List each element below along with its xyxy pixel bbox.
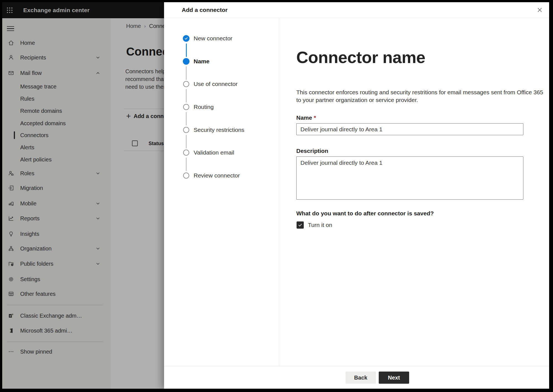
back-button[interactable]: Back [346, 372, 376, 384]
close-button[interactable] [535, 6, 544, 14]
dialog-body: New connector Name Use of connector Rout… [164, 18, 549, 366]
step-connector-line [186, 89, 187, 103]
step-label: New connector [194, 35, 232, 42]
after-save-question: What do you want to do after connector i… [296, 210, 434, 217]
step-label: Validation email [194, 149, 234, 156]
step-current-icon [183, 58, 189, 65]
wizard-steps: New connector Name Use of connector Rout… [164, 18, 279, 366]
dialog-footer: Back Next [164, 366, 549, 389]
step-complete-icon [183, 35, 189, 42]
step-label: Use of connector [194, 81, 238, 87]
connector-name-input[interactable] [296, 123, 523, 135]
screenshot-root: { "colors": { "accent_blue": "#0f7bd8", … [0, 0, 553, 392]
step-upcoming-icon [183, 104, 189, 110]
close-icon [537, 7, 542, 12]
step-connector-line [186, 112, 187, 126]
step-label: Security restrictions [194, 127, 244, 133]
name-field-label: Name* [296, 114, 316, 121]
step-upcoming-icon [183, 81, 189, 87]
step-label: Review connector [194, 172, 240, 179]
connector-description-textarea[interactable]: Deliver journal directly to Area 1 [296, 156, 523, 200]
step-label: Name [194, 58, 209, 65]
step-upcoming-icon [183, 150, 189, 156]
step-label: Routing [194, 104, 214, 110]
step-connector-line [186, 158, 187, 171]
connector-description-text: This connector enforces routing and secu… [296, 88, 543, 104]
name-label-text: Name [296, 114, 312, 121]
step-connector-line [186, 43, 187, 57]
dialog-main-panel: Connector name This connector enforces r… [279, 18, 549, 366]
step-connector-line [186, 66, 187, 80]
checkbox-checked-icon[interactable] [297, 221, 304, 229]
add-connector-dialog: Add a connector New connector Name [164, 2, 549, 389]
dialog-header: Add a connector [164, 2, 549, 18]
description-field-label: Description [296, 148, 328, 154]
next-button[interactable]: Next [379, 372, 409, 384]
step-upcoming-icon [183, 173, 189, 179]
step-upcoming-icon [183, 127, 189, 133]
connector-name-heading: Connector name [296, 48, 425, 67]
dialog-title: Add a connector [182, 7, 228, 13]
turn-it-on-label: Turn it on [308, 222, 332, 228]
turn-it-on-checkbox-row[interactable]: Turn it on [297, 221, 332, 229]
required-asterisk: * [314, 114, 316, 121]
step-connector-line [186, 135, 187, 148]
